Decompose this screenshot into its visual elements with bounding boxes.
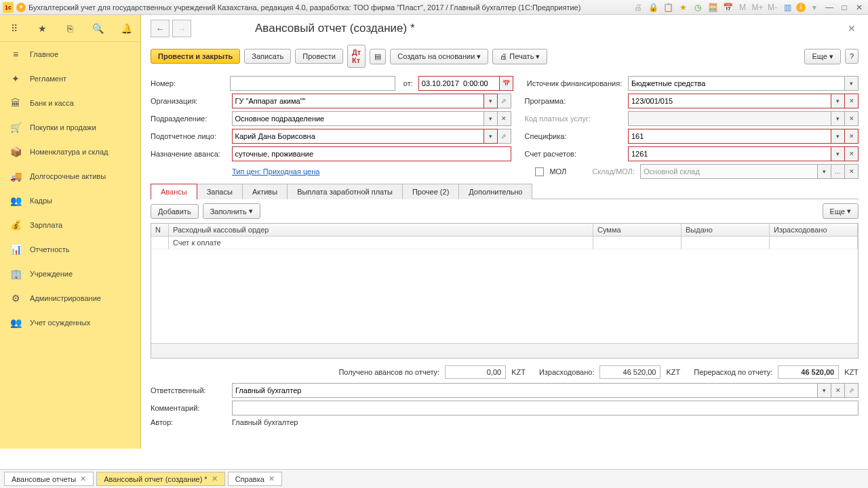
minimize-icon[interactable]: —	[823, 2, 835, 13]
forward-button[interactable]: →	[172, 20, 191, 37]
acct-input[interactable]	[628, 146, 831, 161]
window-tab[interactable]: Авансовые отчеты✕	[4, 472, 94, 486]
history-icon[interactable]: ◷	[692, 2, 704, 13]
resp-input[interactable]	[232, 383, 818, 398]
sidebar-item-main[interactable]: ≡Главное	[0, 42, 140, 66]
person-input[interactable]	[232, 129, 484, 144]
add-button[interactable]: Добавить	[151, 204, 199, 219]
col-sum[interactable]: Сумма	[593, 224, 682, 236]
apps-icon[interactable]: ⠿	[7, 22, 21, 35]
toolbar-icon[interactable]: 🔒	[647, 2, 659, 13]
star-icon[interactable]: ★	[35, 22, 49, 35]
tab-assets[interactable]: Активы	[242, 184, 288, 199]
dropdown-icon[interactable]: ▾	[484, 111, 498, 126]
save-button[interactable]: Записать	[244, 49, 291, 64]
sidebar-item-hr[interactable]: 👥Кадры	[0, 188, 140, 213]
structure-button[interactable]: ▤	[370, 49, 386, 64]
m-icon[interactable]: M	[736, 2, 749, 13]
post-and-close-button[interactable]: Провести и закрыть	[151, 49, 240, 64]
dropdown-icon[interactable]: ▾	[831, 94, 845, 108]
grid-more-button[interactable]: Еще▾	[823, 203, 859, 219]
window-tab[interactable]: Справка✕	[228, 472, 282, 486]
calendar-icon[interactable]: 📅	[722, 2, 734, 13]
calendar-icon[interactable]: 📅	[500, 76, 513, 91]
dropdown-icon[interactable]: ▾	[484, 94, 498, 108]
sidebar-item-reports[interactable]: 📊Отчетность	[0, 237, 140, 262]
sidebar-item-trade[interactable]: 🛒Покупки и продажи	[0, 115, 140, 140]
advances-grid[interactable]: N Расходный кассовый ордер Сумма Выдано …	[151, 223, 859, 359]
program-input[interactable]	[628, 94, 831, 108]
open-icon[interactable]: ⬀	[845, 383, 859, 398]
sidebar-item-org[interactable]: 🏢Учреждение	[0, 262, 140, 286]
close-icon[interactable]: ✕	[853, 2, 865, 13]
toolbar-icon[interactable]: 🖨	[632, 2, 644, 13]
clipboard-icon[interactable]: ⎘	[63, 22, 77, 35]
close-tab-icon[interactable]: ✕	[212, 474, 218, 483]
m-minus-icon[interactable]: M-	[766, 2, 778, 13]
sidebar-item-assets[interactable]: 🚚Долгосрочные активы	[0, 164, 140, 188]
price-type-link[interactable]: Тип цен: Приходная цена	[232, 167, 319, 176]
search-icon[interactable]: 🔍	[92, 22, 105, 35]
tab-extra[interactable]: Дополнительно	[458, 184, 532, 199]
calculator-icon[interactable]: 🧮	[707, 2, 719, 13]
spec-input[interactable]	[628, 129, 831, 144]
col-spent[interactable]: Израсходовано	[770, 224, 858, 236]
col-issued[interactable]: Выдано	[682, 224, 770, 236]
sidebar-item-salary[interactable]: 💰Зарплата	[0, 213, 140, 237]
tab-supplies[interactable]: Запасы	[197, 184, 243, 199]
acct-label: Счет расчетов:	[525, 150, 623, 158]
sidebar-item-bank[interactable]: 🏛Банк и касса	[0, 91, 140, 115]
tab-other[interactable]: Прочее (2)	[402, 184, 459, 199]
dropdown-icon[interactable]: ▾	[818, 383, 831, 398]
bell-icon[interactable]: 🔔	[119, 22, 133, 35]
col-bill[interactable]: Счет к оплате	[169, 237, 593, 249]
dropdown-icon[interactable]: ▾	[808, 2, 821, 13]
dropdown-icon[interactable]: ▾	[831, 146, 845, 161]
fill-button[interactable]: Заполнить▾	[203, 203, 260, 219]
dt-kt-button[interactable]: ДтКт	[347, 45, 366, 68]
number-input[interactable]	[230, 76, 395, 91]
sidebar-item-reglament[interactable]: ✦Регламент	[0, 66, 140, 91]
close-tab-icon[interactable]: ✕	[269, 474, 275, 483]
comment-input[interactable]	[232, 401, 859, 415]
help-icon[interactable]: i	[796, 3, 806, 12]
sidebar-item-stock[interactable]: 📦Номенклатура и склад	[0, 140, 140, 164]
purpose-input[interactable]	[232, 146, 511, 161]
help-button[interactable]: ?	[845, 49, 859, 64]
dept-input[interactable]	[232, 111, 484, 126]
clear-icon[interactable]: ✕	[831, 383, 845, 398]
mop-checkbox[interactable]	[535, 167, 544, 176]
window-tab-active[interactable]: Авансовый отчет (создание) *✕	[96, 472, 224, 486]
sidebar-item-admin[interactable]: ⚙Администрирование	[0, 286, 140, 310]
more-button[interactable]: Еще▾	[804, 49, 840, 64]
clear-icon[interactable]: ✕	[845, 146, 859, 161]
toolbar-icon[interactable]: 📋	[662, 2, 674, 13]
favorites-icon[interactable]: ★	[677, 2, 689, 13]
close-document-icon[interactable]: ✕	[845, 20, 859, 37]
maximize-icon[interactable]: □	[838, 2, 850, 13]
app-menu-dropdown[interactable]: ▼	[16, 3, 26, 12]
col-order[interactable]: Расходный кассовый ордер	[169, 224, 593, 236]
dropdown-icon[interactable]: ▾	[845, 76, 859, 91]
clear-icon[interactable]: ✕	[498, 111, 511, 126]
clear-icon[interactable]: ✕	[845, 129, 859, 144]
tab-advances[interactable]: Авансы	[151, 184, 197, 199]
sidebar-item-prisoners[interactable]: 👥Учет осужденных	[0, 310, 140, 335]
col-n[interactable]: N	[151, 224, 169, 236]
open-icon[interactable]: ⬀	[498, 129, 511, 144]
close-tab-icon[interactable]: ✕	[80, 474, 86, 483]
org-input[interactable]	[232, 94, 484, 108]
back-button[interactable]: ←	[151, 20, 170, 37]
dropdown-icon[interactable]: ▾	[831, 129, 845, 144]
fin-src-input[interactable]	[628, 76, 845, 91]
post-button[interactable]: Провести	[295, 49, 343, 64]
create-based-button[interactable]: Создать на основании▾	[390, 49, 488, 64]
open-icon[interactable]: ⬀	[498, 94, 511, 108]
dropdown-icon[interactable]: ▾	[484, 129, 498, 144]
m-plus-icon[interactable]: M+	[751, 2, 764, 13]
clear-icon[interactable]: ✕	[845, 94, 859, 108]
tab-salary[interactable]: Выплата заработной платы	[287, 184, 403, 199]
date-input[interactable]	[418, 76, 500, 91]
print-button[interactable]: 🖨Печать▾	[492, 49, 547, 64]
panels-icon[interactable]: ▥	[781, 2, 793, 13]
